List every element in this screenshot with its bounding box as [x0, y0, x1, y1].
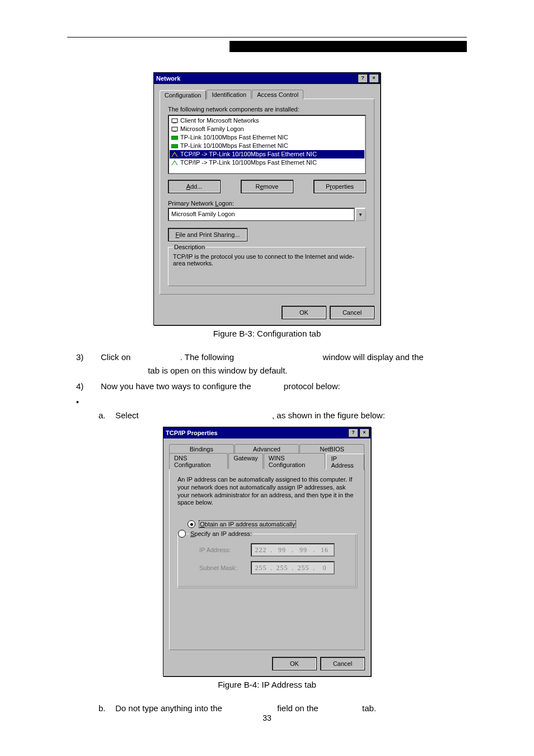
description-box: Description TCP/IP is the protocol you u…: [168, 247, 366, 286]
bullet: •: [67, 398, 467, 407]
properties-button[interactable]: Properties: [313, 180, 366, 193]
description-legend: Description: [173, 244, 206, 250]
step-number: 4): [67, 380, 101, 393]
cancel-button[interactable]: Cancel: [320, 657, 365, 670]
ip-address-input[interactable]: 222. 99. 99. 16: [251, 543, 335, 557]
list-item[interactable]: Client for Microsoft Networks: [170, 116, 364, 125]
protocol-icon: [171, 151, 178, 157]
page: Network ? × Configuration Identification…: [0, 0, 534, 756]
tcpip-properties-dialog: TCP/IP Properties ? × Bindings Advanced …: [163, 427, 371, 676]
close-icon[interactable]: ×: [359, 428, 369, 437]
subnet-mask-label: Subnet Mask:: [199, 564, 244, 571]
tab-panel: The following network components are ins…: [160, 99, 374, 295]
specify-group: Specify an IP address: IP Address: 222. …: [177, 534, 357, 587]
cancel-button[interactable]: Cancel: [330, 306, 374, 319]
figure-caption-2: Figure B-4: IP Address tab: [67, 680, 467, 689]
tab-ip-address[interactable]: IP Address: [326, 454, 364, 470]
components-label: The following network components are ins…: [168, 106, 366, 113]
list-item[interactable]: TP-Link 10/100Mbps Fast Ethernet NIC: [170, 142, 364, 150]
radio-specify[interactable]: Specify an IP address:: [178, 530, 352, 538]
svg-rect-4: [171, 136, 178, 139]
add-button[interactable]: Add...: [168, 180, 221, 193]
svg-rect-2: [172, 127, 177, 131]
step-3: 3) Click on . The following window will …: [67, 351, 467, 377]
subnet-mask-input[interactable]: 255. 255. 255. 0: [251, 561, 335, 575]
primary-logon-label: Primary Network Logon:: [168, 200, 366, 207]
radio-icon: [188, 520, 195, 528]
remove-button[interactable]: Remove: [241, 180, 293, 193]
tab-panel: An IP address can be automatically assig…: [169, 469, 365, 650]
protocol-icon: [171, 160, 178, 166]
subnet-mask-row: Subnet Mask: 255. 255. 255. 0: [199, 561, 352, 575]
header-rule: [67, 37, 467, 38]
titlebar: Network ? ×: [154, 73, 380, 84]
client-icon: [171, 126, 178, 132]
ok-button[interactable]: OK: [272, 657, 317, 670]
svg-rect-3: [173, 131, 176, 132]
list-item-selected[interactable]: TCP/IP -> TP-Link 10/100Mbps Fast Ethern…: [170, 150, 364, 158]
step-4: 4) Now you have two ways to configure th…: [67, 380, 467, 393]
help-icon[interactable]: ?: [358, 74, 368, 83]
tab-bindings[interactable]: Bindings: [169, 444, 234, 454]
primary-logon-combo[interactable]: Microsoft Family Logon ▼: [168, 208, 366, 221]
help-icon[interactable]: ?: [348, 428, 358, 437]
client-icon: [171, 118, 178, 124]
title: TCP/IP Properties: [166, 430, 218, 436]
step-number: 3): [67, 351, 101, 377]
list-item[interactable]: Microsoft Family Logon: [170, 125, 364, 133]
description-text: TCP/IP is the protocol you use to connec…: [173, 253, 361, 267]
file-print-sharing-button[interactable]: File and Print Sharing...: [168, 228, 247, 241]
tab-gateway[interactable]: Gateway: [228, 453, 263, 469]
radio-icon: [178, 530, 186, 538]
list-item[interactable]: TP-Link 10/100Mbps Fast Ethernet NIC: [170, 133, 364, 142]
tab-identification[interactable]: Identification: [207, 90, 251, 99]
substep-a: a. Select , as shown in the figure below…: [67, 409, 467, 422]
ip-blurb: An IP address can be automatically assig…: [177, 476, 357, 507]
network-dialog: Network ? × Configuration Identification…: [153, 72, 381, 325]
list-item[interactable]: TCP/IP -> TP-Link 10/100Mbps Fast Ethern…: [170, 158, 364, 167]
tab-access-control[interactable]: Access Control: [252, 90, 303, 99]
svg-rect-5: [171, 144, 178, 148]
titlebar: TCP/IP Properties ? ×: [163, 427, 371, 438]
svg-rect-0: [172, 119, 177, 123]
ok-button[interactable]: OK: [282, 306, 326, 319]
nic-icon: [171, 143, 178, 149]
tab-advanced[interactable]: Advanced: [235, 444, 299, 454]
tabset-row2: DNS Configuration Gateway WINS Configura…: [169, 453, 365, 469]
close-icon[interactable]: ×: [369, 74, 379, 83]
figure-caption-1: Figure B-3: Configuration tab: [67, 329, 467, 338]
svg-rect-1: [173, 123, 176, 123]
radio-obtain-auto[interactable]: Obtain an IP address automatically: [188, 520, 357, 528]
tab-dns[interactable]: DNS Configuration: [169, 453, 228, 469]
tab-configuration[interactable]: Configuration: [160, 90, 206, 100]
title: Network: [156, 75, 180, 82]
ip-address-label: IP Address:: [199, 547, 244, 553]
tabset: Configuration Identification Access Cont…: [160, 90, 374, 99]
chevron-down-icon[interactable]: ▼: [355, 208, 366, 221]
tab-wins[interactable]: WINS Configuration: [264, 453, 326, 469]
ip-address-row: IP Address: 222. 99. 99. 16: [199, 543, 352, 557]
primary-logon-value: Microsoft Family Logon: [168, 208, 355, 221]
page-number: 33: [0, 713, 534, 722]
components-listbox[interactable]: Client for Microsoft Networks Microsoft …: [168, 115, 366, 174]
content: Network ? × Configuration Identification…: [67, 52, 467, 715]
nic-icon: [171, 134, 178, 141]
tabset-row1: Bindings Advanced NetBIOS: [169, 444, 365, 454]
header-black-bar: [229, 41, 467, 52]
tab-netbios[interactable]: NetBIOS: [299, 444, 364, 454]
